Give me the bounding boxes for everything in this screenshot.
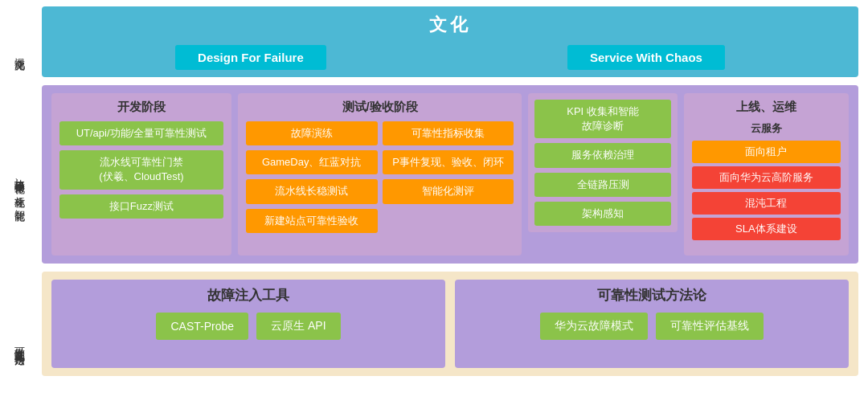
section-reliability: 故障注入工具 CAST-Probe 云原生 API 可靠性测试方法论 华为云故障… xyxy=(42,272,858,376)
kpi-item-1: KPI 收集和智能故障诊断 xyxy=(534,100,670,138)
cloud-native-api-button[interactable]: 云原生 API xyxy=(256,313,340,340)
test-title: 测试/验收阶段 xyxy=(246,100,514,115)
reliability-eval-button[interactable]: 可靠性评估基线 xyxy=(656,313,764,340)
design-for-failure-button[interactable]: Design For Failure xyxy=(175,45,326,70)
culture-buttons: Design For Failure Service With Chaos xyxy=(55,45,845,70)
kpi-item-3: 全链路压测 xyxy=(534,173,670,197)
left-labels: 混沌文化 故障场景日常化、标准化、智能化 可靠性测试工具和方法论 xyxy=(0,0,39,417)
ops-item-1: 面向租户 xyxy=(692,141,841,163)
kpi-item-4: 架构感知 xyxy=(534,202,670,226)
kpi-column: KPI 收集和智能故障诊断 服务依赖治理 全链路压测 架构感知 xyxy=(528,93,677,256)
kpi-item-2: 服务依赖治理 xyxy=(534,143,670,167)
dev-title: 开发阶段 xyxy=(59,100,223,115)
label-chaos: 混沌文化 xyxy=(12,6,27,84)
section-fault: 开发阶段 UT/api/功能/全量可靠性测试 流水线可靠性门禁(伏羲、Cloud… xyxy=(42,85,858,264)
test-left-1: 故障演练 xyxy=(246,121,378,145)
dev-column: 开发阶段 UT/api/功能/全量可靠性测试 流水线可靠性门禁(伏羲、Cloud… xyxy=(51,93,231,256)
test-left-4: 新建站点可靠性验收 xyxy=(246,209,378,233)
huawei-fault-mode-button[interactable]: 华为云故障模式 xyxy=(540,313,648,340)
test-right-1: 可靠性指标收集 xyxy=(383,121,514,145)
ops-item-2: 面向华为云高阶服务 xyxy=(692,166,841,189)
label-reliability: 可靠性测试工具和方法论 xyxy=(12,275,27,395)
ops-column: 上线、运维 云服务 面向租户 面向华为云高阶服务 混沌工程 SLA体系建设 xyxy=(684,93,849,256)
service-with-chaos-button[interactable]: Service With Chaos xyxy=(567,45,725,70)
ops-item-3: 混沌工程 xyxy=(692,192,841,215)
reliability-method-col: 可靠性测试方法论 华为云故障模式 可靠性评估基线 xyxy=(455,280,849,368)
main-content: 文化 Design For Failure Service With Chaos… xyxy=(39,0,868,417)
fault-injection-buttons: CAST-Probe 云原生 API xyxy=(156,313,340,340)
ops-stack: 面向租户 面向华为云高阶服务 混沌工程 SLA体系建设 xyxy=(692,141,841,240)
cast-probe-button[interactable]: CAST-Probe xyxy=(156,313,248,340)
dev-item-2: 流水线可靠性门禁(伏羲、CloudTest) xyxy=(59,150,223,189)
test-right-2: P事件复现、验收、闭环 xyxy=(383,150,514,174)
dev-item-1: UT/api/功能/全量可靠性测试 xyxy=(59,121,223,145)
label-fault: 故障场景日常化、标准化、智能化 xyxy=(12,84,27,275)
fault-injection-title: 故障注入工具 xyxy=(207,286,289,305)
kpi-box-1: KPI 收集和智能故障诊断 服务依赖治理 全链路压测 架构感知 xyxy=(528,93,677,232)
fault-injection-col: 故障注入工具 CAST-Probe 云原生 API xyxy=(51,280,445,368)
reliability-method-buttons: 华为云故障模式 可靠性评估基线 xyxy=(540,313,764,340)
test-right-3: 智能化测评 xyxy=(383,179,514,203)
section-culture: 文化 Design For Failure Service With Chaos xyxy=(42,6,858,77)
culture-title: 文化 xyxy=(429,13,471,37)
ops-cloud-label: 云服务 xyxy=(692,121,841,136)
dev-item-3: 接口Fuzz测试 xyxy=(59,194,223,219)
test-left-3: 流水线长稳测试 xyxy=(246,179,378,203)
test-column: 测试/验收阶段 故障演练 GameDay、红蓝对抗 流水线长稳测试 新建站点可靠… xyxy=(238,93,522,256)
reliability-method-title: 可靠性测试方法论 xyxy=(597,286,706,305)
test-left-2: GameDay、红蓝对抗 xyxy=(246,150,378,174)
ops-item-4: SLA体系建设 xyxy=(692,218,841,240)
ops-title: 上线、运维 xyxy=(692,100,841,115)
test-grid: 故障演练 GameDay、红蓝对抗 流水线长稳测试 新建站点可靠性验收 可靠性指… xyxy=(246,121,514,249)
